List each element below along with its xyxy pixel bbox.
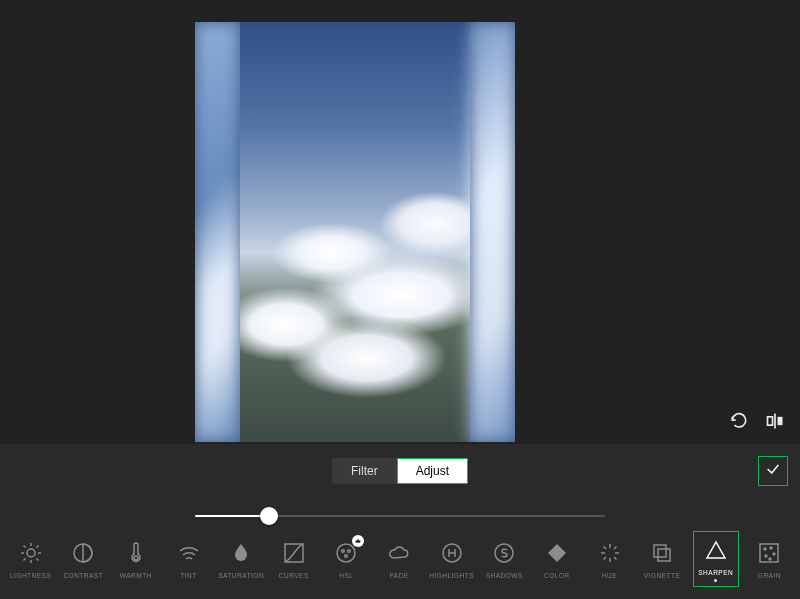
- grain-icon: [755, 539, 783, 567]
- circle-h-icon: [438, 539, 466, 567]
- svg-point-17: [348, 550, 351, 553]
- svg-point-15: [337, 544, 355, 562]
- mirror-button[interactable]: [764, 412, 786, 434]
- slider-track: [195, 515, 605, 517]
- slider-fill: [195, 515, 269, 517]
- tool-label: WARMTH: [120, 572, 152, 579]
- svg-point-13: [134, 556, 138, 560]
- tool-label: CURVES: [279, 572, 309, 579]
- premium-badge: [352, 535, 364, 547]
- photo-editor: Filter Adjust LIGHTNESSCONTRASTWARMTHTIN…: [0, 0, 800, 599]
- tool-label: HIGHLIGHTS: [429, 572, 474, 579]
- svg-point-32: [764, 548, 766, 550]
- svg-point-36: [769, 558, 771, 560]
- mode-toggle: Filter Adjust: [332, 458, 468, 484]
- tool-curves[interactable]: CURVES: [272, 539, 316, 579]
- svg-rect-1: [768, 417, 773, 425]
- undo-icon: [729, 411, 749, 435]
- tool-highlights[interactable]: HIGHLIGHTS: [430, 539, 474, 579]
- tool-label: SHARPEN: [698, 569, 733, 576]
- tool-label: FADE: [390, 572, 409, 579]
- tool-label: COLOR: [544, 572, 570, 579]
- adjust-slider[interactable]: [195, 504, 605, 528]
- tool-color[interactable]: COLOR: [535, 539, 579, 579]
- circle-s-icon: [490, 539, 518, 567]
- active-dot: [714, 579, 717, 582]
- check-icon: [765, 461, 781, 481]
- svg-rect-29: [654, 545, 666, 557]
- filter-mode-button[interactable]: Filter: [332, 458, 397, 484]
- tool-fade[interactable]: FADE: [377, 539, 421, 579]
- diamond-icon: [543, 539, 571, 567]
- drop-icon: [227, 539, 255, 567]
- tool-hsl[interactable]: HSL: [324, 539, 368, 579]
- tool-label: CONTRAST: [63, 572, 103, 579]
- tool-label: SATURATION: [218, 572, 264, 579]
- mirror-icon: [765, 411, 785, 435]
- photo-preview[interactable]: [195, 22, 515, 442]
- tool-label: TINT: [180, 572, 196, 579]
- tool-contrast[interactable]: CONTRAST: [61, 539, 105, 579]
- svg-line-27: [603, 557, 606, 560]
- tool-label: SHADOWS: [486, 572, 523, 579]
- svg-rect-30: [658, 549, 670, 561]
- toolbar: Filter Adjust LIGHTNESSCONTRASTWARMTHTIN…: [0, 444, 800, 599]
- adjust-mode-button[interactable]: Adjust: [397, 458, 468, 484]
- photo-blur-right: [470, 22, 515, 442]
- wifi-icon: [175, 539, 203, 567]
- tool-shadows[interactable]: SHADOWS: [482, 539, 526, 579]
- svg-line-25: [603, 547, 606, 550]
- tool-tint[interactable]: TINT: [167, 539, 211, 579]
- curve-icon: [280, 539, 308, 567]
- tool-row: LIGHTNESSCONTRASTWARMTHTINTSATURATIONCUR…: [0, 529, 800, 589]
- photo-main: [240, 22, 470, 442]
- loading-icon: [596, 539, 624, 567]
- photo-blur-left: [195, 22, 240, 442]
- svg-rect-2: [778, 417, 783, 425]
- tool-lightness[interactable]: LIGHTNESS: [9, 539, 53, 579]
- tool-label: LIGHTNESS: [10, 572, 51, 579]
- thermometer-icon: [122, 539, 150, 567]
- tool-grain[interactable]: GRAIN: [747, 539, 791, 579]
- svg-line-9: [36, 559, 38, 561]
- contrast-icon: [69, 539, 97, 567]
- svg-line-28: [614, 547, 617, 550]
- slider-thumb[interactable]: [260, 507, 278, 525]
- reset-button[interactable]: [728, 412, 750, 434]
- svg-point-34: [773, 553, 775, 555]
- canvas-actions: [728, 412, 786, 434]
- svg-point-35: [765, 555, 767, 557]
- tool-warmth[interactable]: WARMTH: [114, 539, 158, 579]
- tool-hue[interactable]: HUE: [588, 539, 632, 579]
- triangle-icon: [702, 536, 730, 564]
- tool-label: VIGNETTE: [644, 572, 681, 579]
- sun-icon: [17, 539, 45, 567]
- squares-icon: [648, 539, 676, 567]
- tool-vignette[interactable]: VIGNETTE: [640, 539, 684, 579]
- svg-point-33: [770, 547, 772, 549]
- svg-line-10: [23, 559, 25, 561]
- tool-label: HSL: [339, 572, 353, 579]
- tool-label: GRAIN: [758, 572, 781, 579]
- tool-sharpen[interactable]: SHARPEN: [693, 531, 739, 587]
- canvas-zone: [0, 0, 800, 444]
- svg-point-18: [345, 555, 348, 558]
- tool-saturation[interactable]: SATURATION: [219, 539, 263, 579]
- svg-point-16: [342, 550, 345, 553]
- svg-line-8: [23, 546, 25, 548]
- svg-line-26: [614, 557, 617, 560]
- svg-point-3: [27, 549, 35, 557]
- cloud-icon: [385, 539, 413, 567]
- tool-label: HUE: [602, 572, 617, 579]
- svg-line-11: [36, 546, 38, 548]
- confirm-button[interactable]: [758, 456, 788, 486]
